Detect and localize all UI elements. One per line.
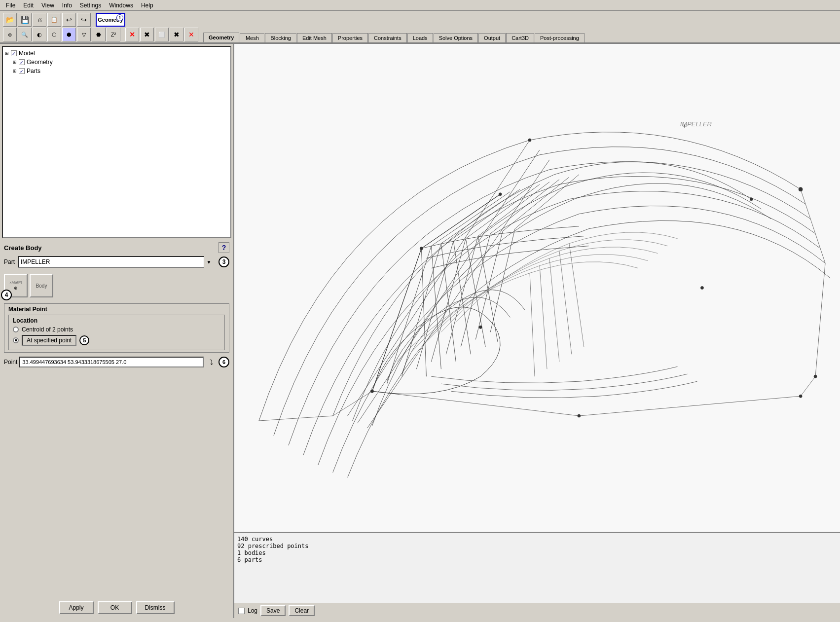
viewport[interactable]: IMPELLER + (234, 44, 840, 532)
tab-cart3d[interactable]: Cart3D (506, 33, 534, 42)
location-title: Location (11, 317, 39, 324)
tree-area: ⊞ ✓ Model ⊞ ✓ Geometry ⊞ ✓ Parts (2, 46, 231, 238)
svg-point-12 (750, 198, 753, 201)
tb-print[interactable]: 🖨 (33, 13, 46, 27)
tab-loads[interactable]: Loads (407, 33, 433, 42)
point-pick-icon[interactable]: ⤵ (206, 357, 217, 367)
tree-parts-label: Parts (27, 68, 40, 74)
dropdown-arrow: ▼ (204, 256, 214, 268)
right-panel: IMPELLER + (234, 44, 840, 618)
step-6-circle: 6 (219, 357, 229, 367)
tb-select2[interactable]: 🔍 (18, 28, 32, 41)
clear-log-button[interactable]: Clear (289, 605, 315, 616)
tb-copy[interactable]: 📋 (47, 13, 61, 27)
tb-x2[interactable]: ✖ (140, 28, 154, 41)
tb-box1[interactable]: ⬜ (155, 28, 169, 41)
tb-tool5[interactable]: ⬣ (92, 28, 106, 41)
point-label: Point (4, 359, 17, 366)
svg-point-10 (528, 139, 531, 142)
at-point-radio[interactable] (13, 337, 19, 343)
ok-button[interactable]: OK (98, 601, 132, 614)
svg-point-11 (799, 187, 803, 191)
log-area: 140 curves 92 prescribed points 1 bodies… (234, 532, 840, 618)
location-group: Location Centroid of 2 points At specifi… (8, 315, 225, 350)
svg-point-15 (479, 326, 482, 329)
menu-bar: File Edit View Info Settings Windows Hel… (0, 0, 840, 11)
step-5-circle: 5 (79, 335, 89, 345)
log-toolbar: Log Save Clear (234, 603, 840, 618)
body-icon[interactable]: Body (30, 274, 53, 297)
step-4-circle: 4 (1, 290, 12, 300)
tb-save[interactable]: 💾 (18, 13, 32, 27)
bottom-buttons: Apply OK Dismiss (0, 597, 233, 618)
part-label: Part (4, 258, 15, 265)
menu-help[interactable]: Help (137, 1, 157, 10)
menu-windows[interactable]: Windows (105, 1, 137, 10)
menu-view[interactable]: View (37, 1, 58, 10)
at-point-button[interactable]: At specified point (22, 335, 76, 346)
log-line-2: 92 prescribed points (237, 543, 837, 549)
tree-model[interactable]: ⊞ ✓ Model (5, 49, 228, 58)
tree-parts[interactable]: ⊞ ✓ Parts (5, 67, 228, 75)
menu-settings[interactable]: Settings (76, 1, 105, 10)
part-dropdown[interactable]: IMPELLER (18, 256, 214, 268)
centroid-radio-row: Centroid of 2 points (13, 326, 220, 333)
tb-x1[interactable]: ✕ (125, 28, 139, 41)
tb-select1[interactable]: ⊕ (3, 28, 17, 41)
tb-tool2[interactable]: ⬡ (47, 28, 61, 41)
main-layout: ⊞ ✓ Model ⊞ ✓ Geometry ⊞ ✓ Parts Create … (0, 44, 840, 618)
part-dropdown-wrap: IMPELLER ▼ (18, 256, 214, 268)
point-input[interactable] (19, 357, 204, 367)
tb-x4[interactable]: ✕ (184, 28, 198, 41)
tab-edit-mesh[interactable]: Edit Mesh (297, 33, 332, 42)
log-checkbox[interactable] (238, 608, 245, 614)
tb-tool3[interactable]: ⬢ (62, 28, 76, 41)
log-label: Log (248, 607, 257, 614)
log-line-1: 140 curves (237, 536, 837, 543)
material-point-group: Material Point Location Centroid of 2 po… (4, 303, 229, 353)
at-point-label: At specified point (27, 337, 72, 344)
point-row: Point ⤵ 6 (4, 357, 229, 367)
svg-rect-0 (234, 101, 840, 475)
tree-model-label: Model (19, 50, 35, 57)
save-log-button[interactable]: Save (260, 605, 286, 616)
tree-geometry-label: Geometry (27, 59, 53, 66)
tb-x3[interactable]: ✖ (170, 28, 183, 41)
tab-constraints[interactable]: Constraints (368, 33, 407, 42)
apply-button[interactable]: Apply (59, 601, 94, 614)
svg-point-13 (700, 287, 703, 290)
tb-tool4[interactable]: ▽ (77, 28, 91, 41)
tb-tool6[interactable]: Z² (107, 28, 120, 41)
log-content: 140 curves 92 prescribed points 1 bodies… (234, 533, 840, 603)
centroid-label: Centroid of 2 points (22, 326, 73, 333)
help-button[interactable]: ? (219, 242, 229, 253)
log-line-4: 6 parts (237, 556, 837, 563)
svg-point-16 (420, 247, 423, 250)
log-line-3: 1 bodies (237, 549, 837, 556)
tab-solve-options[interactable]: Solve Options (434, 33, 478, 42)
viewport-svg (234, 44, 840, 532)
step-3-circle: 3 (219, 256, 229, 267)
icon-row: xMatPt ⊕ 4 Body (4, 272, 229, 299)
tb-undo[interactable]: ↩ (62, 13, 76, 27)
tb-tool1[interactable]: ◐ (33, 28, 46, 41)
menu-edit[interactable]: Edit (19, 1, 37, 10)
create-body-panel: Create Body ? Part IMPELLER ▼ 3 xMatPt (0, 240, 233, 369)
tab-mesh[interactable]: Mesh (240, 33, 264, 42)
tab-blocking[interactable]: Blocking (265, 33, 296, 42)
tree-geometry[interactable]: ⊞ ✓ Geometry (5, 58, 228, 67)
material-point-icon[interactable]: xMatPt ⊕ 4 (4, 274, 28, 297)
material-point-title: Material Point (6, 306, 49, 313)
tb-open[interactable]: 📂 (3, 13, 17, 27)
tb-geometry-icon[interactable]: Geometry 1 (96, 13, 125, 27)
tab-geometry[interactable]: Geometry (203, 33, 239, 42)
centroid-radio[interactable] (13, 327, 19, 332)
tab-output[interactable]: Output (478, 33, 506, 42)
create-body-title: Create Body (4, 244, 42, 252)
tab-properties[interactable]: Properties (332, 33, 368, 42)
menu-info[interactable]: Info (58, 1, 76, 10)
tab-post-processing[interactable]: Post-processing (535, 33, 584, 42)
menu-file[interactable]: File (2, 1, 19, 10)
tb-redo[interactable]: ↪ (77, 13, 91, 27)
dismiss-button[interactable]: Dismiss (136, 601, 175, 614)
